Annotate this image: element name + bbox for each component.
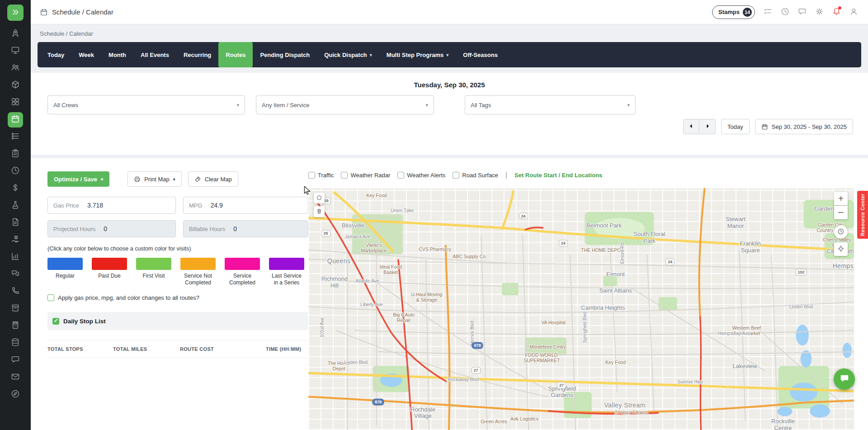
map-delete-shape-button[interactable] [314,206,325,217]
today-button[interactable]: Today [721,119,750,134]
sidebar-item-modules[interactable] [8,95,23,110]
sidebar-item-data[interactable] [8,335,23,351]
profile-button[interactable] [849,7,858,17]
visit-color-option[interactable]: Last Service in a Series [269,258,304,286]
sidebar-item-chemicals[interactable] [8,198,23,213]
map-overlay-toggle[interactable]: Weather Radar [341,172,390,179]
nav-tab-quick-dispatch[interactable]: Quick Dispatch▾ [317,42,379,67]
color-swatch[interactable] [180,258,216,270]
color-swatch[interactable] [47,258,83,270]
color-label: Past Due [92,273,127,279]
set-route-locations-link[interactable]: Set Route Start / End Locations [514,172,602,179]
nav-tab-all-events[interactable]: All Events [133,42,176,67]
sidebar-item-accounting[interactable] [8,318,23,334]
sidebar-item-calls[interactable] [8,284,23,299]
app-sidebar [0,0,31,430]
sidebar-item-browser[interactable] [8,387,23,402]
previous-day-button[interactable] [683,119,699,134]
sidebar-item-timesheets[interactable] [8,164,23,179]
stamps-button[interactable]: Stamps 14 [712,5,755,19]
sidebar-item-inventory[interactable] [8,301,23,317]
overlay-checkbox[interactable] [397,172,404,179]
next-day-button[interactable] [699,119,716,134]
sidebar-item-products[interactable] [8,78,23,93]
color-swatch[interactable] [269,258,304,270]
col-total-stops: TOTAL STOPS [47,346,113,352]
sidebar-item-messages[interactable] [8,353,23,368]
modules-icon [11,97,20,108]
map-zoom-out-button[interactable]: − [834,206,848,219]
rocket-icon [11,28,20,39]
nav-tab-routes[interactable]: Routes [218,42,253,67]
daily-stop-list-checkbox[interactable] [52,318,59,325]
date-range-picker[interactable]: Sep 30, 2025 - Sep 30, 2025 [755,119,853,134]
nav-tab-multi-step-programs[interactable]: Multi Step Programs▾ [379,42,456,67]
item-service-select[interactable]: Any Item / Service▾ [256,95,434,114]
calendar-icon [761,123,768,130]
nav-tab-today[interactable]: Today [40,42,71,67]
gas-price-input[interactable] [85,202,175,209]
tags-select[interactable]: All Tags▾ [465,95,636,114]
sidebar-item-tasks[interactable] [8,129,23,145]
apply-all-row: Apply gas price, mpg, and color changes … [47,294,308,301]
sidebar-item-schedule[interactable] [8,112,23,128]
sidebar-item-customers[interactable] [8,61,23,76]
nav-tab-recurring[interactable]: Recurring [176,42,218,67]
chat-button[interactable] [798,7,807,17]
sidebar-item-estimates[interactable] [8,215,23,231]
apply-all-checkbox[interactable] [47,294,54,301]
visit-color-option[interactable]: Service Not Completed [180,258,216,286]
clear-map-button[interactable]: Clear Map [188,171,238,187]
sidebar-item-reports[interactable] [8,250,23,265]
calculator-icon [11,321,20,331]
chevron-down-icon: ▾ [173,177,175,182]
resource-center-tab[interactable]: Resource Center [857,191,868,239]
map-locate-button[interactable] [834,242,848,256]
visit-color-option[interactable]: First Visit [136,258,171,286]
color-swatch[interactable] [92,258,127,270]
map-zoom-in-button[interactable]: + [834,192,848,205]
sidebar-item-payments[interactable] [8,232,23,248]
map-draw-tool-button[interactable] [314,193,325,203]
overlay-checkbox[interactable] [308,172,315,179]
mpg-input[interactable] [208,202,308,209]
optimize-save-button[interactable]: Optimize / Save▾ [47,171,109,187]
map-overlay-toggle[interactable]: Road Surface [453,172,498,179]
nav-tab-off-seasons[interactable]: Off-Seasons [456,42,505,67]
time-clock-button[interactable] [781,7,789,17]
nav-tab-month[interactable]: Month [101,42,133,67]
overlay-checkbox[interactable] [341,172,348,179]
sidebar-item-email[interactable] [8,370,23,385]
visit-color-option[interactable]: Regular [47,258,83,286]
live-chat-button[interactable] [834,369,855,390]
checklist-button[interactable] [764,7,772,17]
overlay-label: Road Surface [462,172,498,179]
nav-tab-pending-dispatch[interactable]: Pending Dispatch [253,42,317,67]
sidebar-item-marketing[interactable] [8,26,23,42]
notifications-button[interactable] [832,7,841,17]
map-overlay-toggle[interactable]: Weather Alerts [397,172,445,179]
color-swatch[interactable] [225,258,260,270]
compass-icon [11,389,20,400]
sidebar-item-community[interactable] [8,267,23,282]
map-history-button[interactable] [834,225,848,239]
sidebar-item-dashboard[interactable] [8,43,23,59]
sidebar-expand-toggle[interactable] [7,5,24,21]
crews-select[interactable]: All Crews▾ [47,95,245,114]
header-actions: Stamps 14 [712,5,868,19]
settings-button[interactable] [815,7,824,17]
cube-icon [11,80,20,91]
visit-color-option[interactable]: Service Completed [225,258,260,286]
routes-map[interactable]: QueensBlissvilleRichmond HillBelmont Par… [308,188,854,430]
map-overlay-toggle[interactable]: Traffic [308,172,334,179]
route-shield: 24 [665,259,675,265]
overlay-checkbox[interactable] [453,172,459,179]
color-swatch[interactable] [136,258,171,270]
sidebar-item-work-orders[interactable] [8,146,23,162]
nav-tab-week[interactable]: Week [71,42,101,67]
desktop-icon [11,46,20,57]
print-map-button[interactable]: Print Map▾ [127,171,182,187]
color-label: Service Not Completed [180,273,216,286]
visit-color-option[interactable]: Past Due [92,258,127,286]
sidebar-item-billing[interactable] [8,181,23,196]
